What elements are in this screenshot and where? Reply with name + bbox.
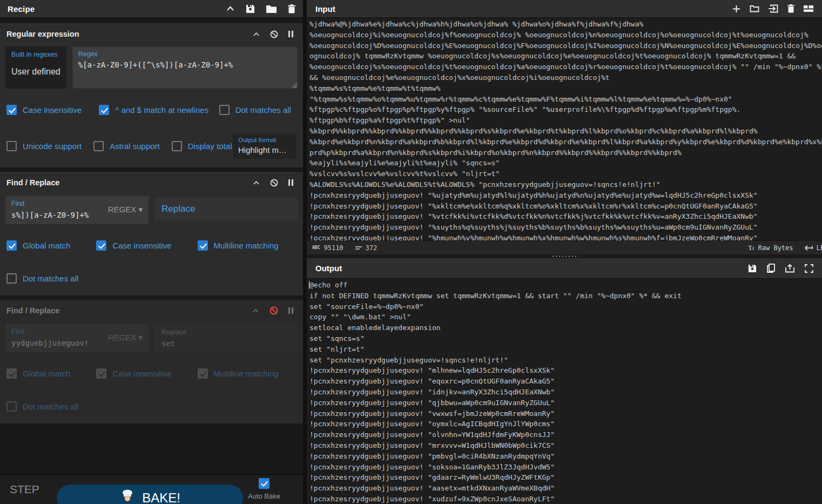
output-text-area: @echo off if not DEFINED tqmmwRzKvtqmmw … [307, 279, 822, 504]
breakpoint-pause-icon[interactable] [288, 307, 293, 314]
checkbox-box[interactable] [6, 105, 17, 115]
checkbox-label: Global match [23, 241, 70, 250]
checkbox-box[interactable] [172, 141, 182, 151]
checkbox-box[interactable] [6, 368, 17, 379]
collapse-operation-icon[interactable] [253, 180, 260, 185]
built-in-regexes-label: Built in regexes [11, 51, 60, 58]
checkbox-label: Case insensitive [112, 241, 171, 250]
input-text-area[interactable]: %jdhwa%@%jdhwa%e%jdhwa%c%jdhwa%h%jdhwa%o… [307, 18, 822, 240]
checkbox-multiline-matching[interactable]: Multiline matching [198, 368, 279, 379]
checkbox-match-newlines[interactable]: ^ and $ match at newlines [99, 105, 208, 115]
regex-textarea[interactable]: Regex %[a-zA-Z0-9]+([^\s%])[a-zA-Z0-9]+% [72, 46, 298, 89]
find-label: Find [11, 328, 108, 335]
io-resize-gutter[interactable] [307, 254, 822, 258]
step-button[interactable]: STEP [10, 483, 39, 496]
replace-input-with-output-icon[interactable] [785, 264, 794, 273]
regex-label: Regex [78, 50, 292, 58]
checkbox-label: Unicode support [23, 142, 82, 151]
recipe-controls-bar: STEP BAKE! Auto Bake [0, 474, 303, 504]
checkbox-dot-matches-all[interactable]: Dot matches all [6, 273, 78, 284]
disable-operation-icon[interactable] [270, 30, 278, 38]
find-input[interactable]: Find yydguebjjuseguov! REGEX ▾ [5, 324, 149, 352]
checkbox-box[interactable] [6, 240, 17, 251]
checkbox-multiline-matching[interactable]: Multiline matching [198, 240, 279, 251]
open-folder-icon[interactable] [750, 5, 759, 12]
checkbox-label: Dot matches all [23, 402, 78, 411]
char-count-value: 95110 [324, 244, 343, 252]
find-type-dropdown[interactable]: REGEX ▾ [108, 205, 143, 214]
load-recipe-folder-icon[interactable] [266, 5, 277, 13]
checkbox-box[interactable] [198, 368, 208, 379]
checkbox-astral-support[interactable]: Astral support [93, 141, 160, 151]
save-recipe-icon[interactable] [246, 4, 255, 14]
checkbox-label: Astral support [110, 142, 160, 151]
checkbox-case-insensitive[interactable]: Case insensitive [96, 240, 171, 251]
encoding-icon: Tr [748, 244, 754, 252]
checkbox-box[interactable] [6, 273, 17, 284]
replace-input[interactable]: Replace [154, 198, 298, 220]
operation-find-replace-2-disabled[interactable]: Find / Replace [0, 300, 303, 424]
checkbox-dot-matches-all[interactable]: Dot matches all [219, 105, 297, 115]
disable-operation-icon[interactable] [270, 179, 278, 187]
copy-output-icon[interactable] [767, 264, 775, 273]
clear-recipe-trash-icon[interactable] [288, 4, 295, 14]
add-input-tab-icon[interactable] [732, 5, 740, 13]
checkbox-case-insensitive[interactable]: Case insensitive [6, 105, 82, 115]
open-file-as-input-icon[interactable] [769, 4, 778, 13]
checkbox-unicode-support[interactable]: Unicode support [6, 141, 82, 151]
eol-button[interactable]: LF [804, 244, 822, 252]
input-text[interactable]: %jdhwa%@%jdhwa%e%jdhwa%c%jdhwa%h%jdhwa%o… [309, 19, 822, 240]
checkbox-box[interactable] [219, 105, 230, 115]
find-input[interactable]: Find s%])[a-zA-Z0-9]+% REGEX ▾ [5, 196, 149, 224]
text-cursor [309, 281, 309, 289]
collapse-operation-icon[interactable] [252, 308, 259, 313]
checkbox-label: Global match [23, 369, 70, 378]
operation-title: Regular expression [6, 30, 79, 38]
disable-operation-icon-active[interactable] [269, 306, 278, 315]
checkbox-case-insensitive[interactable]: Case insensitive [96, 368, 171, 379]
checkbox-box[interactable] [6, 141, 17, 151]
replace-input[interactable]: Replace set [154, 324, 298, 352]
recipe-header: Recipe [0, 0, 303, 18]
eol-value: LF [817, 244, 822, 252]
auto-bake-label: Auto Bake [248, 492, 280, 500]
textarea-resize-grip[interactable] [290, 81, 297, 88]
checkbox-display-total[interactable]: Display total [172, 141, 232, 151]
built-in-regexes-select[interactable]: Built in regexes User defined [5, 46, 66, 89]
input-panel: Input [307, 0, 822, 258]
line-count-group: 372 [355, 244, 378, 252]
auto-bake-control[interactable]: Auto Bake [248, 478, 280, 500]
checkbox-box[interactable] [6, 401, 17, 412]
output-format-value: Highlight m… [238, 145, 291, 154]
checkbox-dot-matches-all[interactable]: Dot matches all [6, 401, 78, 412]
line-count-icon [355, 246, 362, 250]
checkbox-box[interactable] [96, 368, 106, 379]
checkbox-box[interactable] [93, 141, 104, 151]
checkbox-box[interactable] [99, 105, 109, 115]
find-type-dropdown[interactable]: REGEX ▾ [108, 333, 143, 342]
toggle-layout-icon[interactable] [804, 5, 813, 12]
collapse-recipe-button[interactable] [226, 6, 234, 11]
operation-regular-expression[interactable]: Regular expression Built in regexes [0, 23, 303, 167]
checkbox-global-match[interactable]: Global match [6, 368, 70, 379]
auto-bake-checkbox[interactable] [259, 478, 269, 489]
char-count-icon: ABC [312, 245, 320, 250]
clear-input-trash-icon[interactable] [787, 4, 794, 13]
collapse-operation-icon[interactable] [253, 32, 260, 37]
checkbox-global-match[interactable]: Global match [6, 240, 70, 251]
save-output-icon[interactable] [748, 264, 757, 273]
maximize-output-icon[interactable] [805, 264, 813, 273]
checkbox-box[interactable] [198, 240, 208, 251]
breakpoint-pause-icon[interactable] [288, 179, 293, 186]
checkbox-label: Dot matches all [23, 274, 78, 283]
cyberchef-app: Recipe Regular expression [0, 0, 822, 504]
output-format-select[interactable]: Output format Highlight m… [233, 133, 297, 159]
operation-title: Find / Replace [6, 306, 59, 315]
bake-button[interactable]: BAKE! [57, 485, 243, 504]
breakpoint-pause-icon[interactable] [288, 31, 293, 37]
checkbox-box[interactable] [96, 240, 106, 251]
encoding-button[interactable]: Tr Raw Bytes [748, 244, 793, 252]
gutter-drag-handle[interactable] [551, 256, 577, 257]
operation-find-replace-1[interactable]: Find / Replace Find [0, 172, 303, 295]
checkbox-label: Display total [188, 142, 232, 151]
